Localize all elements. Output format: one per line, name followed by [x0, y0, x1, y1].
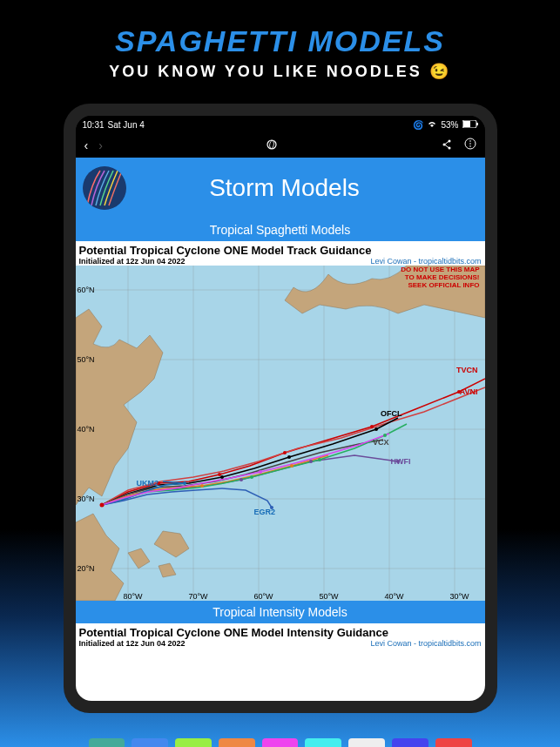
svg-point-32 [220, 475, 224, 479]
page-title: Storm Models [135, 174, 478, 202]
svg-point-40 [250, 475, 253, 479]
lat-label: 40°N [78, 425, 95, 434]
map-warning: DO NOT USE THIS MAP TO MAKE DECISIONS! S… [401, 266, 479, 289]
svg-point-28 [218, 473, 221, 476]
promo-header: SPAGHETTI MODELS YOU KNOW YOU LIKE NOODL… [0, 0, 560, 97]
wifi-icon [427, 119, 437, 130]
lon-label: 80°W [124, 592, 143, 601]
dock-item[interactable] [219, 738, 255, 747]
model-label-vcx: VCX [373, 438, 389, 447]
promo-subtitle: YOU KNOW YOU LIKE NOODLES 😉 [0, 62, 560, 81]
model-label-tvcn: TVCN [456, 366, 478, 374]
promo-title: SPAGHETTI MODELS [0, 24, 560, 58]
svg-line-8 [445, 145, 449, 148]
svg-point-35 [240, 478, 243, 481]
share-button[interactable] [442, 138, 452, 153]
map-title: Potential Tropical Cyclone ONE Model Tra… [76, 241, 485, 257]
svg-point-29 [283, 451, 287, 454]
status-time: 10:31 [83, 120, 105, 130]
lat-label: 30°N [78, 495, 95, 503]
status-battery: 53% [441, 120, 458, 130]
svg-point-33 [287, 455, 291, 459]
battery-icon [462, 120, 478, 130]
model-label-ofcl: OFCL [381, 409, 402, 418]
status-left: 10:31 Sat Jun 4 [83, 120, 145, 130]
tablet-screen: 10:31 Sat Jun 4 🌀 53% ‹ › [76, 116, 485, 701]
nav-left: ‹ › [84, 138, 103, 152]
dock-item[interactable] [305, 738, 341, 747]
forward-button[interactable]: › [98, 138, 103, 152]
svg-point-30 [370, 425, 374, 428]
warning-line-2: TO MAKE DECISIONS! [401, 273, 479, 281]
lat-label: 20°N [78, 564, 95, 573]
map-attribution: Levi Cowan - tropicaltidbits.com [370, 257, 481, 266]
back-button[interactable]: ‹ [84, 138, 89, 152]
model-label-ukm2: UKM2 [137, 479, 159, 488]
svg-point-10 [469, 140, 471, 142]
dock-item[interactable] [175, 738, 212, 747]
map-svg: 60°N 50°N 40°N 30°N 20°N 80°W 70°W 60°W … [76, 266, 485, 601]
lon-label: 50°W [320, 592, 339, 601]
svg-point-11 [469, 143, 471, 145]
hurricane-status-icon: 🌀 [413, 120, 423, 130]
svg-point-12 [469, 145, 471, 147]
svg-point-39 [290, 464, 293, 468]
intensity-map-title: Potential Tropical Cyclone ONE Model Int… [76, 623, 485, 639]
content-area[interactable]: Storm Models Tropical Spaghetti Models P… [76, 158, 485, 701]
svg-rect-2 [476, 123, 478, 125]
intensity-section-header: Tropical Intensity Models [76, 601, 485, 623]
dock-item[interactable] [132, 738, 168, 747]
status-date: Sat Jun 4 [108, 120, 145, 130]
lon-label: 70°W [189, 592, 208, 601]
lat-label: 50°N [78, 355, 95, 364]
lon-label: 30°W [450, 592, 469, 601]
model-label-hwfi: HWFI [391, 457, 411, 466]
map-subtitle-row: Initialized at 12z Jun 04 2022 Levi Cowa… [76, 257, 485, 266]
menu-button[interactable] [464, 138, 476, 153]
intensity-subtitle-row: Initialized at 12z Jun 04 2022 Levi Cowa… [76, 639, 485, 648]
tablet-frame: 10:31 Sat Jun 4 🌀 53% ‹ › [64, 104, 497, 713]
svg-point-43 [183, 481, 186, 485]
model-label-avni: AVNI [460, 387, 478, 396]
svg-point-42 [383, 434, 387, 437]
warning-line-1: DO NOT USE THIS MAP [401, 266, 479, 273]
svg-line-7 [445, 142, 449, 145]
svg-point-41 [318, 458, 321, 461]
dock-item[interactable] [89, 738, 125, 747]
map-initialized: Initialized at 12z Jun 04 2022 [79, 257, 186, 266]
dock-item[interactable] [262, 738, 299, 747]
svg-point-3 [267, 140, 276, 149]
lon-label: 40°W [385, 592, 404, 601]
svg-point-38 [200, 484, 204, 488]
status-bar: 10:31 Sat Jun 4 🌀 53% [76, 116, 485, 133]
svg-point-45 [259, 470, 262, 474]
track-map-container[interactable]: Potential Tropical Cyclone ONE Model Tra… [76, 241, 485, 601]
dock-item[interactable] [348, 738, 385, 747]
dock-item[interactable] [392, 738, 428, 747]
model-label-egr2: EGR2 [254, 508, 276, 516]
intensity-map-container[interactable]: Potential Tropical Cyclone ONE Model Int… [76, 623, 485, 648]
lon-label: 60°W [254, 592, 273, 601]
spaghetti-section-header: Tropical Spaghetti Models [76, 219, 485, 241]
lat-label: 60°N [78, 286, 95, 294]
intensity-attribution: Levi Cowan - tropicaltidbits.com [370, 639, 481, 648]
svg-point-34 [374, 427, 378, 431]
status-right: 🌀 53% [413, 119, 477, 130]
page-header: Storm Models [76, 158, 485, 219]
svg-point-36 [309, 460, 313, 463]
svg-rect-1 [463, 121, 470, 127]
intensity-initialized: Initialized at 12z Jun 04 2022 [79, 639, 186, 648]
nav-bar: ‹ › [76, 133, 485, 158]
storm-models-logo [83, 166, 126, 210]
app-icon [266, 138, 278, 153]
nav-right [442, 138, 476, 153]
dock-item[interactable] [435, 738, 472, 747]
warning-line-3: SEEK OFFICIAL INFO [401, 281, 479, 289]
dock-hint [89, 738, 472, 747]
svg-point-26 [99, 503, 104, 508]
